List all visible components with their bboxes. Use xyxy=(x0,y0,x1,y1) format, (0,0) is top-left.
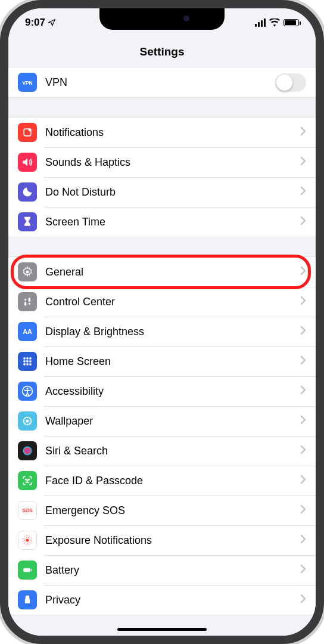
settings-row-controlcenter[interactable]: Control Center xyxy=(8,287,316,317)
settings-row-homescreen[interactable]: Home Screen xyxy=(8,346,316,376)
svg-rect-16 xyxy=(26,363,28,365)
row-label: Exposure Notifications xyxy=(45,534,300,547)
chevron-right-icon xyxy=(300,355,306,367)
chevron-right-icon xyxy=(300,534,306,546)
svg-rect-12 xyxy=(23,360,25,362)
location-icon xyxy=(48,18,56,27)
controlcenter-icon xyxy=(18,292,37,311)
faceid-icon xyxy=(18,471,37,490)
row-label: Emergency SOS xyxy=(45,504,300,517)
svg-rect-15 xyxy=(23,363,25,365)
chevron-right-icon xyxy=(300,216,306,228)
svg-rect-30 xyxy=(31,569,32,571)
svg-rect-10 xyxy=(26,357,28,359)
dnd-icon xyxy=(18,182,37,202)
row-label: Control Center xyxy=(45,296,300,308)
settings-row-privacy[interactable]: Privacy xyxy=(8,585,316,615)
svg-text:SOS: SOS xyxy=(22,507,33,513)
wallpaper-icon xyxy=(18,411,37,431)
row-label: Wallpaper xyxy=(45,415,300,428)
row-label: Notifications xyxy=(45,126,300,139)
battery-icon xyxy=(284,19,299,26)
chevron-right-icon xyxy=(300,594,306,606)
row-label: Battery xyxy=(45,564,300,577)
chevron-right-icon xyxy=(300,445,306,457)
svg-point-21 xyxy=(26,420,29,423)
svg-rect-11 xyxy=(29,357,31,359)
settings-row-exposure[interactable]: Exposure Notifications xyxy=(8,525,316,555)
svg-point-19 xyxy=(26,388,28,389)
svg-point-3 xyxy=(26,271,29,274)
settings-row-battery[interactable]: Battery xyxy=(8,555,316,585)
svg-rect-29 xyxy=(23,568,30,572)
row-label: General xyxy=(45,266,300,278)
svg-point-23 xyxy=(26,479,27,481)
cellular-icon xyxy=(255,18,266,27)
row-label: Do Not Disturb xyxy=(45,186,300,199)
siri-icon xyxy=(18,441,37,460)
home-indicator[interactable] xyxy=(117,628,207,631)
settings-list[interactable]: VPNVPNNotificationsSounds & HapticsDo No… xyxy=(8,67,316,636)
svg-rect-5 xyxy=(24,302,26,306)
chevron-right-icon xyxy=(300,126,306,138)
settings-row-wallpaper[interactable]: Wallpaper xyxy=(8,406,316,436)
settings-row-dnd[interactable]: Do Not Disturb xyxy=(8,177,316,207)
svg-rect-17 xyxy=(29,363,31,365)
row-label: Sounds & Haptics xyxy=(45,156,300,169)
battery-icon xyxy=(18,561,37,580)
vpn-icon: VPN xyxy=(18,73,37,92)
screentime-icon xyxy=(18,212,37,231)
row-label: VPN xyxy=(45,76,275,89)
settings-row-general[interactable]: General xyxy=(8,257,316,287)
chevron-right-icon xyxy=(300,266,306,278)
sos-icon: SOS xyxy=(18,501,37,520)
notifications-icon xyxy=(18,123,37,142)
settings-row-faceid[interactable]: Face ID & Passcode xyxy=(8,466,316,496)
accessibility-icon xyxy=(18,382,37,401)
svg-text:AA: AA xyxy=(23,328,32,335)
display-icon: AA xyxy=(18,322,37,341)
row-label: Screen Time xyxy=(45,216,300,228)
svg-point-26 xyxy=(26,539,29,542)
svg-point-7 xyxy=(29,303,30,305)
settings-row-vpn[interactable]: VPNVPN xyxy=(8,67,316,97)
row-label: Home Screen xyxy=(45,355,300,368)
svg-rect-6 xyxy=(29,298,30,302)
page-title: Settings xyxy=(8,37,316,67)
settings-row-notifications[interactable]: Notifications xyxy=(8,117,316,147)
svg-point-24 xyxy=(29,479,30,481)
row-label: Display & Brightness xyxy=(45,326,300,338)
vpn-toggle[interactable] xyxy=(275,73,306,92)
chevron-right-icon xyxy=(300,385,306,397)
svg-text:VPN: VPN xyxy=(22,80,32,86)
settings-row-sounds[interactable]: Sounds & Haptics xyxy=(8,147,316,177)
svg-rect-9 xyxy=(23,357,25,359)
row-label: Privacy xyxy=(45,594,300,606)
wifi-icon xyxy=(269,18,280,27)
svg-point-4 xyxy=(24,299,26,301)
chevron-right-icon xyxy=(300,186,306,198)
chevron-right-icon xyxy=(300,156,306,168)
exposure-icon xyxy=(18,531,37,550)
settings-row-screentime[interactable]: Screen Time xyxy=(8,207,316,237)
general-icon xyxy=(18,262,37,281)
svg-point-22 xyxy=(23,447,32,456)
settings-row-accessibility[interactable]: Accessibility xyxy=(8,376,316,406)
svg-point-2 xyxy=(29,128,32,131)
settings-row-display[interactable]: AADisplay & Brightness xyxy=(8,317,316,346)
status-time: 9:07 xyxy=(25,17,45,29)
chevron-right-icon xyxy=(300,475,306,487)
settings-row-siri[interactable]: Siri & Search xyxy=(8,436,316,466)
homescreen-icon xyxy=(18,352,37,371)
chevron-right-icon xyxy=(300,415,306,427)
svg-rect-14 xyxy=(29,360,31,362)
chevron-right-icon xyxy=(300,504,306,516)
row-label: Accessibility xyxy=(45,385,300,398)
privacy-icon xyxy=(18,590,37,609)
chevron-right-icon xyxy=(300,326,306,338)
chevron-right-icon xyxy=(300,564,306,576)
row-label: Siri & Search xyxy=(45,445,300,457)
settings-row-sos[interactable]: SOSEmergency SOS xyxy=(8,496,316,525)
svg-rect-13 xyxy=(26,360,28,362)
row-label: Face ID & Passcode xyxy=(45,475,300,487)
